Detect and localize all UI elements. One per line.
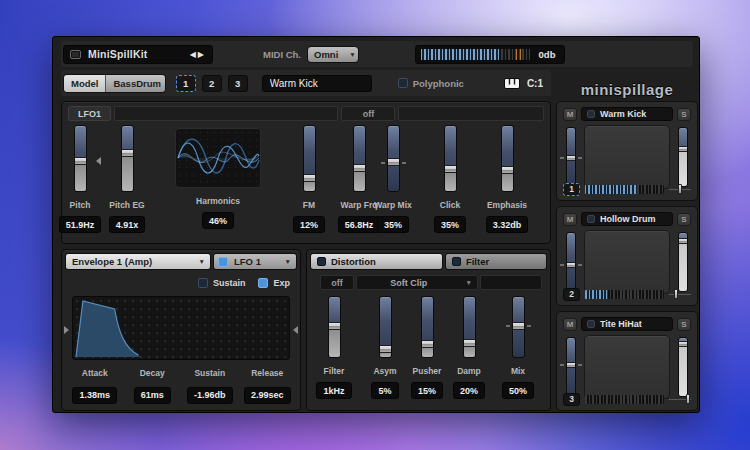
mix-slider[interactable] (512, 296, 525, 358)
pad-level-slider[interactable] (678, 127, 688, 187)
asym-slider[interactable] (379, 296, 392, 358)
pad-enable-checkbox[interactable] (587, 215, 595, 223)
harmonics-display[interactable] (175, 128, 261, 188)
patch-name-input[interactable] (262, 75, 372, 92)
damp-slider[interactable] (463, 296, 476, 358)
pad-level-slider[interactable] (678, 337, 688, 397)
envelope-selector-dropdown[interactable]: Envelope 1 (Amp) ▼ (65, 253, 211, 270)
pad-tune-slider[interactable] (566, 232, 576, 292)
drum-pad[interactable] (584, 335, 670, 399)
mix-value[interactable]: 50% (502, 382, 534, 399)
next-preset-icon[interactable]: ▶ (198, 50, 206, 59)
lfo1-mode-dropdown[interactable]: off (341, 106, 395, 121)
mix-label: Mix (495, 366, 541, 376)
sustain-checkbox[interactable] (198, 278, 208, 288)
pitch-value[interactable]: 51.9Hz (59, 216, 102, 233)
pad-pan-slider[interactable] (669, 394, 691, 405)
distortion-type-dropdown[interactable]: Soft Clip ▼ (356, 275, 478, 290)
tab-lfo1[interactable]: LFO1 (68, 106, 111, 121)
pad-select-button[interactable]: 2 (563, 288, 580, 301)
click-slider[interactable] (444, 125, 457, 192)
warp-mix-slider[interactable] (387, 125, 400, 192)
meter-peak-tick (516, 49, 518, 60)
midi-ch-label: MIDI Ch. (263, 49, 301, 60)
envelope-right-marker-icon[interactable] (289, 326, 298, 334)
pad-name-box[interactable]: Hollow Drum (581, 212, 673, 226)
output-level-value[interactable]: 0db (530, 49, 564, 60)
pad-tune-slider[interactable] (566, 337, 576, 397)
distortion-mode-button[interactable]: off (320, 275, 354, 290)
decay-value[interactable]: 61ms (134, 387, 171, 404)
midi-note-value[interactable]: C:1 (527, 78, 543, 89)
midi-channel-dropdown[interactable]: Omni ▼ (307, 46, 359, 63)
keyboard-icon[interactable] (504, 78, 520, 89)
drum-pad[interactable] (584, 230, 670, 294)
fm-value[interactable]: 12% (293, 216, 325, 233)
sustain-param-value[interactable]: -1.96db (187, 387, 233, 404)
prev-preset-icon[interactable]: ◀ (190, 50, 198, 59)
tab-filter-label: Filter (466, 256, 489, 267)
voice-button-1[interactable]: 1 (176, 75, 196, 92)
solo-button[interactable]: S (677, 318, 691, 331)
tab-distortion[interactable]: Distortion (310, 253, 443, 270)
output-meter: 0db (415, 45, 565, 64)
lfo-assign-value: LFO 1 (228, 256, 280, 267)
mute-button[interactable]: M (563, 318, 577, 331)
pad-name-box[interactable]: Warm Kick (581, 107, 673, 121)
release-value[interactable]: 2.99sec (244, 387, 291, 404)
solo-button[interactable]: S (677, 213, 691, 226)
pad-enable-checkbox[interactable] (587, 320, 595, 328)
pusher-slider[interactable] (421, 296, 434, 358)
pad-pan-slider[interactable] (669, 289, 691, 300)
pad-tune-slider[interactable] (566, 127, 576, 187)
filter-slider[interactable] (328, 296, 341, 358)
envelope-selector-value: Envelope 1 (Amp) (66, 256, 194, 267)
lfo-assign-dropdown[interactable]: LFO 1 ▼ (213, 253, 297, 270)
attack-value[interactable]: 1.38ms (72, 387, 117, 404)
pad-select-button[interactable]: 3 (563, 393, 580, 406)
preset-menu-icon[interactable] (70, 50, 81, 59)
fm-label: FM (286, 200, 332, 210)
envelope-graph[interactable] (72, 296, 290, 360)
click-value[interactable]: 35% (434, 216, 466, 233)
polyphonic-checkbox[interactable] (398, 78, 408, 88)
emphasis-slider[interactable] (501, 125, 514, 192)
pad-name-box[interactable]: Tite HiHat (581, 317, 673, 331)
pad-pan-slider[interactable] (669, 184, 691, 195)
model-dropdown[interactable]: Model BassDrum ▼ (63, 74, 166, 93)
filter-value[interactable]: 1kHz (316, 382, 351, 399)
pusher-value[interactable]: 15% (411, 382, 443, 399)
chevron-down-icon: ▼ (194, 258, 210, 265)
asym-value[interactable]: 5% (371, 382, 398, 399)
envelope-panel: Envelope 1 (Amp) ▼ LFO 1 ▼ Sustain Exp (61, 249, 301, 411)
voice-button-2[interactable]: 2 (202, 75, 222, 92)
preset-selector[interactable]: MiniSpillKit ◀▶ (63, 45, 213, 64)
damp-value[interactable]: 20% (453, 382, 485, 399)
pad-level-slider[interactable] (678, 232, 688, 292)
envelope-left-marker-icon[interactable] (64, 326, 73, 334)
solo-button[interactable]: S (677, 108, 691, 121)
pitch-slider[interactable] (74, 125, 87, 192)
pitch-eg-value[interactable]: 4.91x (109, 216, 146, 233)
voice-button-3[interactable]: 3 (228, 75, 248, 92)
warp-mix-value[interactable]: 35% (377, 216, 409, 233)
mute-button[interactable]: M (563, 213, 577, 226)
pad-select-button[interactable]: 1 (563, 183, 580, 196)
drum-pad-module-3: M Tite HiHat S 3 (556, 311, 698, 411)
pitch-eg-label: Pitch EG (104, 200, 150, 210)
tab-filter[interactable]: Filter (445, 253, 547, 270)
emphasis-value[interactable]: 3.32db (486, 216, 529, 233)
drum-pad[interactable] (584, 125, 670, 189)
pitch-eg-slider[interactable] (121, 125, 134, 192)
pad-enable-checkbox[interactable] (587, 110, 595, 118)
filter-enable-checkbox[interactable] (452, 257, 461, 266)
exp-label: Exp (273, 278, 290, 288)
distortion-enable-checkbox[interactable] (317, 257, 326, 266)
exp-checkbox[interactable] (258, 278, 268, 288)
harmonics-value[interactable]: 46% (202, 212, 234, 229)
lfo-enable-checkbox[interactable] (218, 257, 228, 267)
fm-slider[interactable] (303, 125, 316, 192)
filter-label: Filter (311, 366, 357, 376)
warp-frq-slider[interactable] (353, 125, 366, 192)
mute-button[interactable]: M (563, 108, 577, 121)
